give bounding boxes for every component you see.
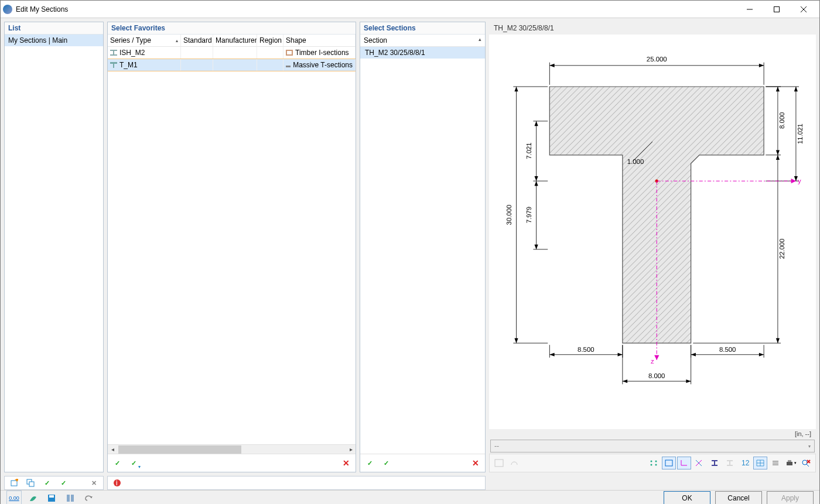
svg-rect-73 xyxy=(495,460,503,467)
favorites-panel: Select Favorites Series / Type▴ Standard… xyxy=(107,22,356,472)
col-region[interactable]: Region xyxy=(257,35,283,46)
units-icon[interactable]: 0.00 xyxy=(6,491,22,504)
col-manufacturer[interactable]: Manufacturer xyxy=(213,35,257,46)
preview-combo[interactable]: --▾ xyxy=(490,440,815,452)
svg-rect-78 xyxy=(665,460,672,466)
h-scrollbar[interactable]: ◂▸ xyxy=(108,444,356,454)
svg-marker-24 xyxy=(535,176,538,181)
svg-rect-83 xyxy=(712,460,718,461)
undo-icon[interactable] xyxy=(81,491,97,504)
save-icon[interactable] xyxy=(44,491,59,504)
col-shape[interactable]: Shape xyxy=(283,35,356,46)
new-icon[interactable]: ✦ xyxy=(7,476,21,489)
delete-button[interactable]: ✕ xyxy=(469,457,483,469)
svg-text:8.500: 8.500 xyxy=(719,346,736,353)
svg-point-74 xyxy=(651,461,652,462)
svg-point-95 xyxy=(802,460,807,465)
svg-rect-108 xyxy=(71,495,74,502)
svg-rect-107 xyxy=(67,495,70,502)
svg-text:y: y xyxy=(798,177,801,184)
svg-marker-10 xyxy=(759,64,764,67)
list-icon[interactable] xyxy=(768,457,783,469)
svg-marker-63 xyxy=(623,379,627,383)
svg-rect-86 xyxy=(727,460,733,461)
preview-canvas[interactable]: 25.000 30.000 xyxy=(489,35,816,429)
titlebar: Edit My Sections xyxy=(1,1,819,18)
dims-icon[interactable] xyxy=(662,457,676,469)
svg-text:11.021: 11.021 xyxy=(797,124,804,144)
svg-marker-26 xyxy=(535,245,538,249)
ibeam-icon xyxy=(110,50,117,56)
svg-marker-68 xyxy=(791,179,796,183)
check-dd-icon[interactable] xyxy=(56,476,70,489)
ibeam-view-icon[interactable] xyxy=(708,457,722,469)
preview-panel: TH_M2 30/25/8/8/1 xyxy=(489,22,816,472)
copy-icon[interactable] xyxy=(23,476,37,489)
print-icon[interactable]: ▾ xyxy=(784,457,798,469)
svg-point-77 xyxy=(655,464,657,466)
svg-marker-58 xyxy=(759,353,764,356)
maximize-button[interactable] xyxy=(763,1,790,18)
minimize-button[interactable] xyxy=(736,1,763,18)
svg-marker-43 xyxy=(776,155,780,160)
stress-icon xyxy=(492,457,506,469)
grid-icon[interactable] xyxy=(753,457,767,469)
leaf-icon[interactable] xyxy=(25,491,40,504)
col-series[interactable]: Series / Type▴ xyxy=(108,35,181,46)
tbeam-icon xyxy=(110,62,117,68)
points-icon[interactable] xyxy=(647,457,661,469)
col-standard[interactable]: Standard xyxy=(181,35,213,46)
sections-column[interactable]: Section▴ xyxy=(360,35,485,47)
svg-rect-87 xyxy=(729,461,730,465)
svg-text:8.500: 8.500 xyxy=(578,346,594,353)
favorites-row[interactable]: T_M1 Massive T-sections xyxy=(108,59,356,71)
svg-marker-38 xyxy=(794,87,798,91)
check-all-icon[interactable] xyxy=(363,457,377,469)
check-filter-icon[interactable] xyxy=(379,457,393,469)
check-filter-icon[interactable]: ▾ xyxy=(127,457,141,469)
svg-point-76 xyxy=(651,464,652,466)
svg-marker-64 xyxy=(686,379,691,383)
svg-marker-23 xyxy=(535,121,538,126)
svg-text:7.021: 7.021 xyxy=(525,142,532,159)
preview-title: TH_M2 30/25/8/8/1 xyxy=(489,22,816,35)
ok-button[interactable]: OK xyxy=(664,491,710,504)
search-cancel-icon[interactable] xyxy=(799,457,813,469)
svg-marker-32 xyxy=(776,87,780,91)
check-all-icon[interactable] xyxy=(110,457,124,469)
svg-rect-106 xyxy=(49,495,54,498)
svg-marker-51 xyxy=(549,353,554,356)
unit-settings-icon[interactable] xyxy=(63,491,78,504)
list-item[interactable]: My Sections | Main xyxy=(5,35,103,46)
favorites-header: Select Favorites xyxy=(108,22,356,35)
svg-marker-25 xyxy=(535,181,538,186)
favorites-toolbar: ▾ ✕ xyxy=(108,454,356,472)
window-title: Edit My Sections xyxy=(16,5,736,13)
section-row[interactable]: TH_M2 30/25/8/8/1 xyxy=(360,47,485,59)
principal-axes-icon[interactable] xyxy=(692,457,706,469)
svg-text:8.000: 8.000 xyxy=(648,372,665,379)
delete-grey-icon[interactable]: ✕ xyxy=(87,476,101,489)
section-icon xyxy=(286,50,293,56)
apply-button[interactable]: Apply xyxy=(767,491,814,504)
dialog-footer: 0.00 OK Cancel Apply xyxy=(1,490,819,504)
cancel-button[interactable]: Cancel xyxy=(715,491,762,504)
favorites-row[interactable]: ISH_M2 Timber I-sections xyxy=(108,47,356,59)
sections-header: Select Sections xyxy=(360,22,485,35)
svg-marker-16 xyxy=(514,338,518,343)
info-icon[interactable]: i xyxy=(110,476,124,489)
check-icon[interactable] xyxy=(40,476,54,489)
svg-marker-57 xyxy=(691,353,696,356)
axes-icon[interactable] xyxy=(677,457,691,469)
svg-marker-9 xyxy=(549,64,554,67)
list-header: List xyxy=(5,22,103,35)
delete-button[interactable]: ✕ xyxy=(339,457,353,469)
svg-rect-94 xyxy=(788,460,791,462)
close-button[interactable] xyxy=(790,1,817,18)
ibeam-stress-icon xyxy=(723,457,737,469)
svg-text:z: z xyxy=(651,358,654,365)
svg-rect-1 xyxy=(774,6,780,12)
svg-marker-33 xyxy=(776,150,780,155)
svg-point-75 xyxy=(655,461,657,462)
numbers-icon[interactable]: 123 xyxy=(738,457,752,469)
